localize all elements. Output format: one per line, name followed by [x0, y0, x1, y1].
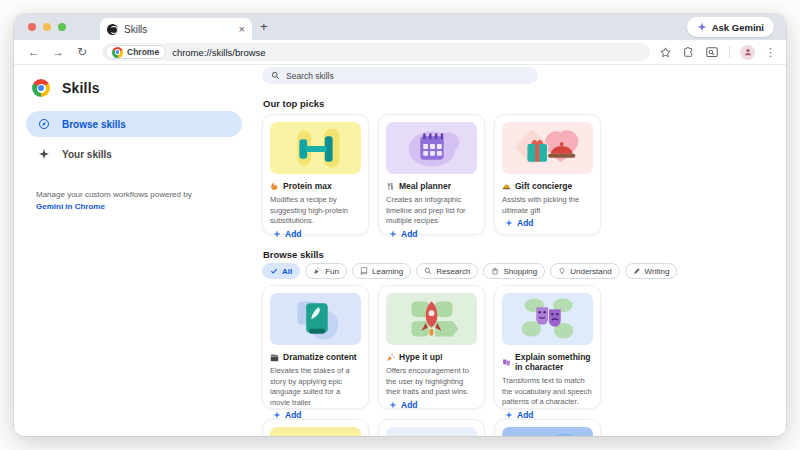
- reload-button[interactable]: ↻: [72, 45, 92, 59]
- search-placeholder: Search skills: [286, 71, 334, 81]
- add-skill-button[interactable]: Add: [270, 227, 361, 240]
- top-picks-row: Protein max Modifies a recipe by suggest…: [262, 114, 601, 235]
- chrome-badge[interactable]: Chrome: [105, 45, 166, 59]
- sidebar: Skills Browse skills Your skills: [14, 65, 254, 436]
- chip-label: Shopping: [503, 267, 537, 276]
- profile-avatar[interactable]: [740, 45, 755, 60]
- extensions-icon[interactable]: [682, 46, 695, 59]
- card-description: Offers encouragement to the user by high…: [386, 366, 477, 398]
- card-description: Assists with picking the ultimate gift: [502, 195, 593, 216]
- card-description: Creates an infographic timeline and prep…: [386, 195, 477, 227]
- partial-cards-row: [262, 419, 601, 436]
- card-banner-theater-masks-illustration: [502, 293, 593, 345]
- add-skill-button[interactable]: Add: [502, 216, 593, 229]
- forward-button[interactable]: →: [48, 45, 68, 59]
- chip-label: Understand: [570, 267, 611, 276]
- toolbar-divider: [729, 46, 730, 58]
- chip-label: Writing: [645, 267, 670, 276]
- toolbar-actions: ⋮: [659, 45, 776, 60]
- book-icon: [360, 267, 368, 275]
- bookmark-star-icon[interactable]: [659, 46, 672, 59]
- card-dramatize-content[interactable]: Dramatize content Elevates the stakes of…: [262, 285, 369, 409]
- card-description: Elevates the stakes of a story by applyi…: [270, 366, 361, 408]
- tab-search-icon[interactable]: [705, 46, 719, 59]
- close-window-button[interactable]: [28, 23, 36, 31]
- card-description: Modifies a recipe by suggesting high-pro…: [270, 195, 361, 227]
- zoom-window-button[interactable]: [58, 23, 66, 31]
- card-explain-in-character[interactable]: Explain something in character Transform…: [494, 285, 601, 409]
- card-banner-rocket-illustration: [386, 293, 477, 345]
- tab-title: Skills: [124, 24, 233, 35]
- browser-menu-icon[interactable]: ⋮: [765, 46, 776, 59]
- tab-close-icon[interactable]: ×: [239, 24, 245, 35]
- party-icon: [386, 353, 395, 362]
- skills-page: Skills Browse skills Your skills: [14, 65, 786, 436]
- chip-shopping[interactable]: Shopping: [483, 263, 545, 279]
- meal-icon: [386, 182, 395, 191]
- pencil-icon: [633, 267, 641, 275]
- card-protein-max[interactable]: Protein max Modifies a recipe by suggest…: [262, 114, 369, 235]
- ask-gemini-button[interactable]: Ask Gemini: [687, 17, 774, 37]
- minimize-window-button[interactable]: [43, 23, 51, 31]
- add-skill-button[interactable]: Add: [386, 227, 477, 240]
- chip-all[interactable]: All: [262, 263, 300, 279]
- card-partial[interactable]: [262, 419, 369, 436]
- plus-icon: [389, 401, 397, 409]
- sidebar-item-your-skills[interactable]: Your skills: [26, 141, 242, 167]
- new-tab-button[interactable]: +: [260, 20, 268, 33]
- section-title-top-picks: Our top picks: [263, 98, 324, 109]
- back-button[interactable]: ←: [24, 45, 44, 59]
- sidebar-item-label: Your skills: [62, 149, 112, 160]
- sidebar-nav: Browse skills Your skills: [14, 111, 254, 167]
- card-partial[interactable]: [494, 419, 601, 436]
- card-banner: [502, 427, 593, 436]
- card-partial[interactable]: [378, 419, 485, 436]
- card-title-text: Protein max: [283, 181, 332, 191]
- tab-strip: Skills × + Ask Gemini: [14, 14, 786, 40]
- add-skill-button[interactable]: Add: [386, 398, 477, 411]
- magnifier-icon: [424, 267, 432, 275]
- sidebar-footer-text: Manage your custom workflows powered by: [36, 190, 192, 199]
- tab-skills[interactable]: Skills ×: [100, 18, 252, 40]
- clapper-icon: [270, 353, 279, 362]
- plus-icon: [505, 411, 513, 419]
- card-hype-it-up[interactable]: Hype it up! Offers encouragement to the …: [378, 285, 485, 409]
- ask-gemini-label: Ask Gemini: [712, 22, 764, 33]
- url-text[interactable]: chrome://skills/browse: [172, 47, 265, 58]
- card-meal-planner[interactable]: Meal planner Creates an infographic time…: [378, 114, 485, 235]
- plus-icon: [389, 230, 397, 238]
- add-label: Add: [285, 229, 302, 239]
- plus-icon: [273, 230, 281, 238]
- shopping-bag-icon: [491, 267, 499, 275]
- sidebar-header: Skills: [14, 65, 254, 97]
- sidebar-item-label: Browse skills: [62, 119, 126, 130]
- section-title-browse: Browse skills: [263, 249, 324, 260]
- search-input[interactable]: Search skills: [262, 67, 538, 84]
- chip-label: All: [282, 267, 292, 276]
- card-title-text: Dramatize content: [283, 352, 357, 362]
- plus-icon: [273, 411, 281, 419]
- sidebar-item-browse-skills[interactable]: Browse skills: [26, 111, 242, 137]
- window-controls[interactable]: [28, 23, 66, 31]
- gemini-in-chrome-link[interactable]: Gemini in Chrome: [36, 202, 105, 211]
- spark-icon: [38, 148, 50, 160]
- chip-fun[interactable]: Fun: [305, 263, 347, 279]
- main-content: Search skills Our top picks: [262, 65, 786, 436]
- skills-favicon: [107, 24, 118, 35]
- card-gift-concierge[interactable]: Gift concierge Assists with picking the …: [494, 114, 601, 235]
- chip-learning[interactable]: Learning: [352, 263, 411, 279]
- chip-label: Research: [436, 267, 470, 276]
- masks-icon: [502, 358, 511, 367]
- chrome-logo-icon: [32, 79, 50, 97]
- screenshot: Skills × + Ask Gemini ← → ↻ Chrome chrom: [0, 0, 800, 450]
- chip-research[interactable]: Research: [416, 263, 478, 279]
- card-title-text: Gift concierge: [515, 181, 572, 191]
- plus-icon: [505, 219, 513, 227]
- card-banner: [270, 427, 361, 436]
- browser-window: Skills × + Ask Gemini ← → ↻ Chrome chrom: [14, 14, 786, 436]
- page-title: Skills: [62, 80, 100, 96]
- chip-writing[interactable]: Writing: [625, 263, 678, 279]
- chip-label: Fun: [325, 267, 339, 276]
- address-bar[interactable]: Chrome chrome://skills/browse: [102, 43, 650, 61]
- chip-understand[interactable]: Understand: [550, 263, 619, 279]
